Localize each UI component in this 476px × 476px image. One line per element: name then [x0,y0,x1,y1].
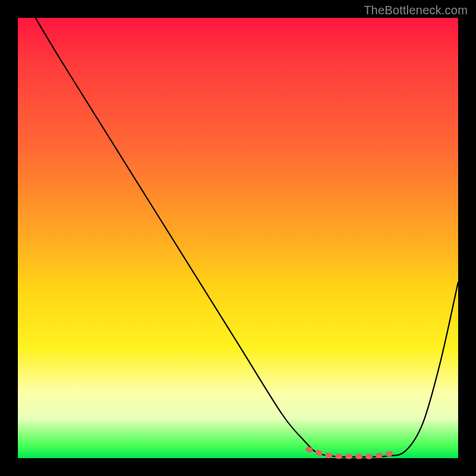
chart-svg [18,18,458,458]
bottleneck-curve [36,18,458,457]
optimal-range-markers [308,449,394,456]
plot-area [18,18,458,458]
watermark-text: TheBottleneck.com [364,4,468,17]
chart-frame: TheBottleneck.com [0,0,476,476]
